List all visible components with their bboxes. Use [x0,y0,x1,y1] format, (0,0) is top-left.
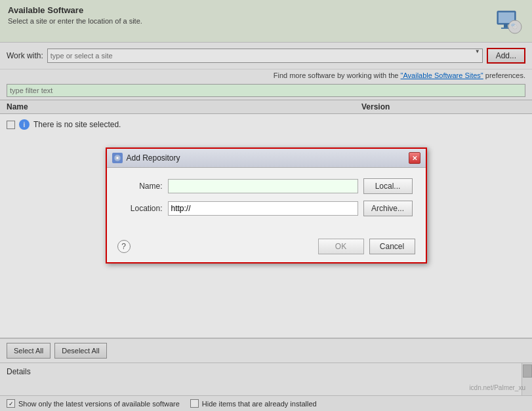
dialog-footer-buttons: OK Cancel [318,239,415,254]
svg-point-9 [116,157,119,159]
dialog-body: Name: Local... Location: Archive... [107,168,426,233]
add-repository-dialog: Add Repository ✕ Name: Local... Location… [106,147,427,264]
dialog-titlebar: Add Repository ✕ [107,149,426,168]
main-window: Available Software Select a site or ente… [0,0,532,411]
modal-overlay: Add Repository ✕ Name: Local... Location… [0,0,532,411]
dialog-title-left: Add Repository [112,153,180,163]
location-row: Location: Archive... [120,201,413,216]
help-icon[interactable]: ? [117,240,131,253]
archive-button[interactable]: Archive... [363,201,413,216]
name-label: Name: [120,182,163,191]
dialog-icon [112,153,123,163]
dialog-title-text: Add Repository [127,153,180,163]
dialog-footer: ? OK Cancel [107,233,426,262]
name-input[interactable] [168,179,358,193]
ok-button[interactable]: OK [318,239,364,254]
dialog-close-button[interactable]: ✕ [409,152,420,164]
location-input[interactable] [168,201,358,216]
cancel-button[interactable]: Cancel [369,239,415,254]
local-button[interactable]: Local... [363,178,413,194]
name-row: Name: Local... [120,178,413,194]
location-label: Location: [120,204,163,213]
